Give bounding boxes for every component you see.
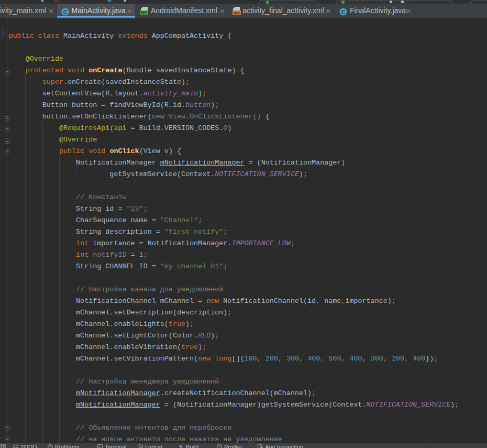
svg-text:C: C	[63, 9, 68, 15]
svg-text:C: C	[341, 9, 346, 15]
svg-text:MF: MF	[141, 10, 147, 15]
svg-text:</>: </>	[234, 10, 240, 15]
